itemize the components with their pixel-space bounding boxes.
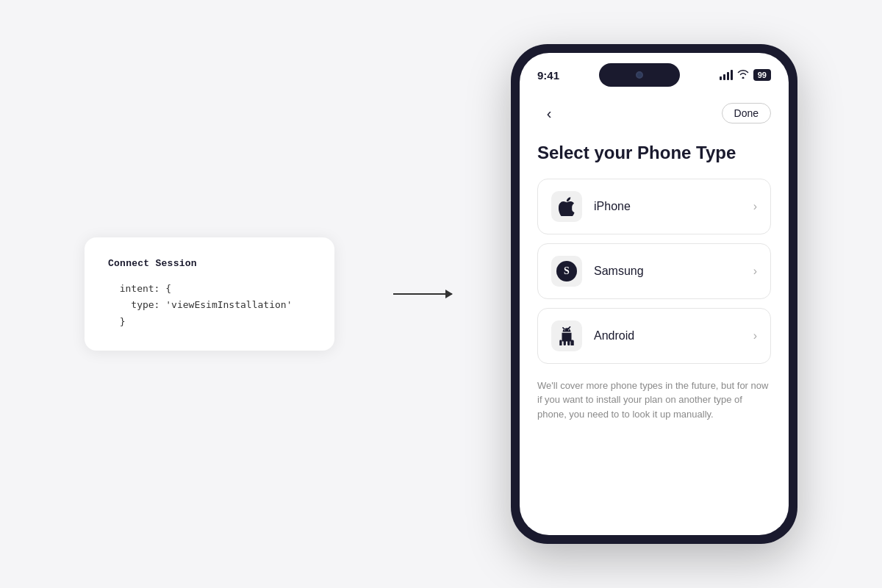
arrow-container bbox=[393, 293, 452, 295]
code-card: Connect Session intent: { type: 'viewEsi… bbox=[85, 237, 334, 350]
code-card-content: intent: { type: 'viewEsimInstallation' } bbox=[108, 281, 311, 329]
android-icon bbox=[551, 320, 582, 351]
done-button[interactable]: Done bbox=[722, 103, 771, 123]
phone-options-list: iPhone › S Samsung › bbox=[537, 179, 771, 364]
android-chevron-icon: › bbox=[753, 329, 757, 343]
footer-note: We'll cover more phone types in the futu… bbox=[537, 379, 771, 422]
code-card-title: Connect Session bbox=[108, 258, 311, 269]
back-button[interactable]: ‹ bbox=[537, 101, 561, 125]
status-icons: 99 bbox=[720, 69, 771, 81]
android-label: Android bbox=[594, 329, 634, 343]
iphone-chevron-icon: › bbox=[753, 200, 757, 213]
android-option[interactable]: Android › bbox=[537, 308, 771, 364]
phone-screen: 9:41 99 bbox=[520, 53, 789, 535]
samsung-option[interactable]: S Samsung › bbox=[537, 243, 771, 299]
signal-icon bbox=[720, 70, 733, 80]
iphone-label: iPhone bbox=[594, 200, 631, 213]
iphone-option[interactable]: iPhone › bbox=[537, 179, 771, 234]
samsung-chevron-icon: › bbox=[753, 265, 757, 278]
camera-indicator bbox=[636, 71, 643, 79]
arrow-icon bbox=[393, 293, 452, 295]
samsung-icon: S bbox=[551, 256, 582, 287]
battery-badge: 99 bbox=[753, 69, 771, 81]
status-bar: 9:41 99 bbox=[520, 53, 789, 93]
dynamic-island bbox=[599, 63, 680, 87]
screen-content: ‹ Done Select your Phone Type bbox=[520, 93, 789, 535]
back-chevron-icon: ‹ bbox=[547, 106, 552, 121]
nav-bar: ‹ Done bbox=[537, 98, 771, 128]
page-title: Select your Phone Type bbox=[537, 143, 771, 164]
phone-mockup: 9:41 99 bbox=[511, 44, 797, 544]
iphone-icon bbox=[551, 191, 582, 222]
samsung-label: Samsung bbox=[594, 265, 644, 278]
status-time: 9:41 bbox=[537, 69, 559, 82]
wifi-icon bbox=[737, 70, 749, 81]
